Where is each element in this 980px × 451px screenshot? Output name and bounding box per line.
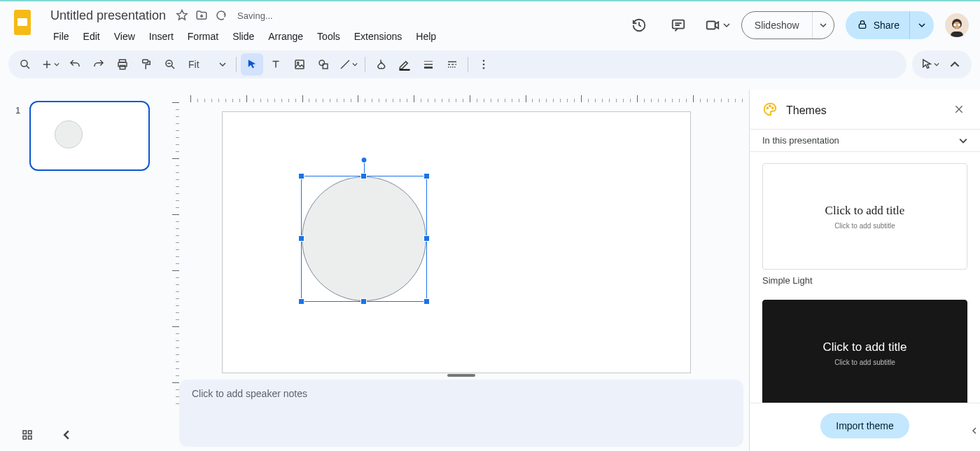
resize-handle-se[interactable]: [424, 298, 430, 305]
chevron-down-icon: [959, 137, 967, 145]
save-status-text: Saving...: [237, 11, 273, 21]
svg-rect-7: [953, 24, 956, 26]
share-label: Share: [874, 20, 899, 31]
border-color-button[interactable]: [393, 53, 416, 76]
menu-format[interactable]: Format: [182, 28, 224, 45]
menu-slide[interactable]: Slide: [227, 28, 260, 45]
slideshow-caret[interactable]: [812, 12, 834, 39]
side-panel-collapse-icon[interactable]: [969, 420, 980, 441]
horizontal-ruler[interactable]: [190, 90, 749, 102]
svg-rect-3: [707, 22, 715, 29]
resize-handle-s[interactable]: [360, 298, 367, 305]
zoom-out-icon[interactable]: [159, 53, 181, 76]
theme-preview-subtitle: Click to add subtitle: [834, 222, 895, 230]
menubar: File Edit View Insert Format Slide Arran…: [48, 28, 442, 45]
theme-card-simple-light[interactable]: Click to add title Click to add subtitle: [762, 163, 967, 270]
menu-edit[interactable]: Edit: [78, 28, 106, 45]
resize-handle-sw[interactable]: [298, 298, 304, 305]
hide-menus-button[interactable]: [944, 53, 966, 76]
theme-name-label: Simple Light: [762, 275, 967, 286]
menu-file[interactable]: File: [48, 28, 75, 45]
themes-filter-dropdown[interactable]: In this presentation: [750, 129, 980, 152]
share-caret[interactable]: [909, 11, 934, 39]
select-tool[interactable]: [241, 53, 263, 76]
border-weight-button[interactable]: [417, 53, 440, 76]
more-tools-button[interactable]: [472, 53, 495, 76]
svg-point-29: [482, 67, 484, 69]
menu-help[interactable]: Help: [410, 28, 442, 45]
menu-extensions[interactable]: Extensions: [349, 28, 407, 45]
svg-rect-16: [295, 60, 304, 69]
slide-canvas[interactable]: [223, 112, 690, 373]
menu-tools[interactable]: Tools: [312, 28, 346, 45]
border-dash-button[interactable]: [441, 53, 463, 76]
menu-insert[interactable]: Insert: [144, 28, 179, 45]
share-button[interactable]: Share: [846, 19, 909, 32]
svg-rect-20: [399, 69, 410, 71]
cloud-status-icon[interactable]: [215, 9, 227, 22]
resize-handle-nw[interactable]: [298, 173, 304, 179]
svg-rect-9: [951, 32, 963, 37]
theme-preview-title: Click to add title: [825, 204, 905, 218]
textbox-tool[interactable]: [265, 53, 287, 76]
share-button-group: Share: [846, 11, 934, 39]
shape-tool[interactable]: [312, 53, 335, 76]
svg-point-36: [772, 107, 774, 109]
toolbar-right: [912, 50, 972, 78]
image-tool[interactable]: [288, 53, 311, 76]
fill-color-button[interactable]: [370, 53, 392, 76]
grid-view-icon[interactable]: [17, 424, 38, 445]
svg-point-27: [482, 60, 484, 62]
svg-rect-1: [18, 18, 27, 26]
search-menus-icon[interactable]: [14, 53, 36, 76]
star-icon[interactable]: [176, 9, 188, 22]
zoom-select[interactable]: Fit: [183, 56, 232, 73]
import-theme-button[interactable]: Import theme: [820, 413, 909, 438]
themes-panel: Themes In this presentation Click to add…: [749, 90, 980, 451]
slides-logo[interactable]: [8, 8, 36, 36]
menu-view[interactable]: View: [108, 28, 141, 45]
comments-icon[interactable]: [664, 11, 692, 39]
paint-format-button[interactable]: [135, 53, 158, 76]
resize-handle-ne[interactable]: [424, 173, 430, 179]
meet-icon[interactable]: [704, 11, 722, 39]
print-button[interactable]: [111, 53, 134, 76]
selected-ellipse-shape[interactable]: [302, 176, 426, 301]
resize-handle-n[interactable]: [360, 173, 367, 179]
filmstrip: 1: [0, 90, 165, 451]
svg-rect-33: [29, 436, 32, 440]
version-history-icon[interactable]: [625, 11, 653, 39]
filmstrip-collapse-icon[interactable]: [57, 426, 76, 444]
toolbar-separator: [365, 57, 365, 72]
line-tool[interactable]: [336, 53, 360, 76]
rotation-handle[interactable]: [361, 157, 368, 163]
undo-button[interactable]: [64, 53, 86, 76]
theme-preview-subtitle: Click to add subtitle: [834, 359, 895, 366]
menu-arrange[interactable]: Arrange: [262, 28, 309, 45]
theme-card-simple-dark[interactable]: Click to add title Click to add subtitle: [762, 300, 967, 403]
zoom-value: Fit: [188, 59, 200, 70]
pointer-options-button[interactable]: [918, 53, 942, 76]
toolbar-main: Fit: [8, 50, 906, 78]
notes-resize-handle[interactable]: [447, 374, 475, 377]
new-slide-button[interactable]: [38, 53, 62, 76]
document-title[interactable]: Untitled presentation: [48, 7, 169, 25]
resize-handle-e[interactable]: [424, 235, 430, 242]
redo-button[interactable]: [88, 53, 110, 76]
themes-panel-title: Themes: [786, 104, 942, 117]
slideshow-button[interactable]: Slideshow: [742, 12, 812, 39]
resize-handle-w[interactable]: [298, 235, 304, 242]
svg-rect-2: [673, 20, 685, 29]
vertical-ruler[interactable]: [165, 102, 179, 373]
app-body: 1: [0, 90, 980, 451]
slideshow-button-group: Slideshow: [741, 11, 834, 39]
svg-point-10: [21, 60, 27, 67]
account-avatar[interactable]: [945, 13, 969, 37]
speaker-notes[interactable]: Click to add speaker notes: [179, 380, 743, 447]
meet-caret-icon[interactable]: [723, 19, 730, 32]
svg-point-28: [482, 64, 484, 66]
slide-thumbnail-1[interactable]: [29, 101, 150, 171]
move-to-folder-icon[interactable]: [195, 9, 208, 22]
close-icon[interactable]: [951, 101, 967, 120]
lock-icon: [857, 19, 868, 32]
